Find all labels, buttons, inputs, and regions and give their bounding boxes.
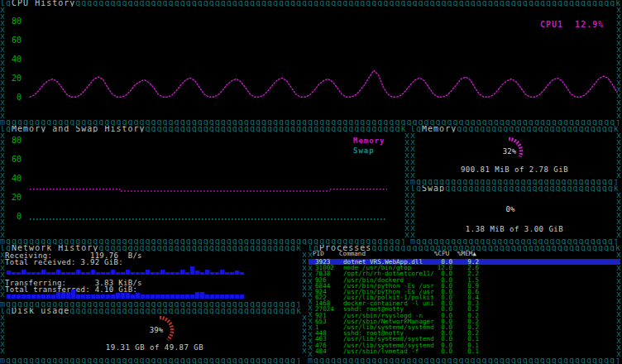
network-panel-bottom-border: mqqqqqqqqqqqqqqqqqqqqqqqqqqqqqqqqqqqqqqq…	[0, 301, 308, 308]
memory-percent: 32%	[503, 147, 516, 156]
process-command: /usr/sbin/lvmetad -f	[343, 348, 419, 354]
network-panel-title: lqNetwork Historyqqqqqqqqqqqqqqqqqqqqqqq…	[0, 245, 308, 251]
disk-detail: 19.31 GB of 49.87 GB	[106, 343, 203, 352]
processes-header-mem-sort: %MEM▲	[457, 251, 476, 256]
memory-donut-gauge	[410, 126, 622, 185]
disk-donut-gauge	[0, 308, 308, 364]
processes-header-cpu: %CPU	[434, 251, 449, 256]
swap-panel-title: lqSwapqqqqqqqqqqqqqqqqqqqqqqqqqqqqqk	[410, 185, 622, 192]
process-mem: 0.1	[456, 348, 479, 354]
disk-percent: 39%	[150, 326, 163, 334]
swap-panel-right-border: x x x x x x x	[616, 192, 621, 238]
processes-header-pid: PID	[313, 251, 324, 256]
process-row[interactable]: 484/usr/sbin/lvmetad -f0.00.1	[309, 348, 620, 354]
processes-header-command: Command	[339, 251, 366, 256]
transferring-sparkline	[0, 289, 308, 300]
memory-swap-history-chart	[0, 126, 410, 245]
swap-panel-bottom-border: mqqqqqqqqqqqqqqqqqqqqqqqqqqqqqqqqqqj	[410, 238, 622, 245]
process-pid: 484	[315, 348, 327, 354]
process-cpu: 0.0	[431, 348, 452, 354]
swap-percent: 0%	[506, 205, 515, 213]
memory-detail: 900.81 MiB of 2.78 GiB	[461, 165, 568, 174]
cpu-history-chart	[0, 0, 622, 126]
terminal-screen: lqCPU Historyqqqqqqqqqqqqqqqqqqqqqqqqqqq…	[0, 0, 622, 364]
processes-panel-bottom-border: mqqqqqqqqqqqqqqqqqqqqqqqqqqqqqqqqqqqqqqq…	[308, 357, 622, 364]
swap-panel-left-border: x x x x x x x	[410, 192, 415, 238]
receiving-sparkline	[0, 263, 308, 276]
swap-detail: 1.38 MiB of 3.00 GiB	[466, 225, 563, 233]
